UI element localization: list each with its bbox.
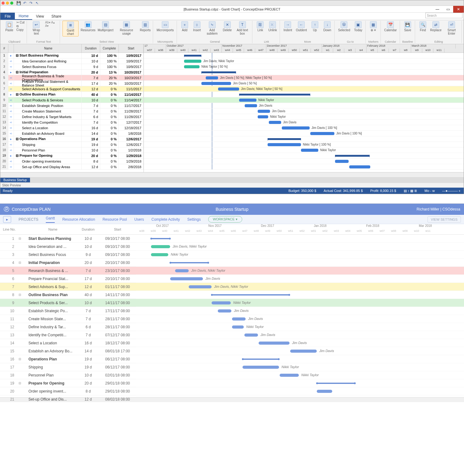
plan-gantt-bar[interactable]: Nikki Taylor (212, 301, 231, 304)
task-row[interactable]: 2 ➪ Idea Generation and Refining 10 d 10… (0, 58, 144, 64)
gantt-bar[interactable] (349, 165, 370, 168)
plan-gantt-bar[interactable] (317, 390, 332, 393)
delete-button[interactable]: ✕Delete (222, 21, 233, 36)
plan-gantt-bar[interactable]: Jim Davis (232, 317, 246, 321)
win-close-button[interactable]: ✕ (453, 6, 464, 13)
gantt-chart-button[interactable]: ≣Gantt chart (62, 21, 79, 36)
calendar-button[interactable]: 📅Calendar (383, 21, 398, 33)
plan-task-row[interactable]: 16 ⊟ Operations Plan 19 d 06/12/17 08:00 (0, 355, 136, 363)
win-max-button[interactable]: ▭ (443, 6, 453, 13)
plan-task-row[interactable]: 8 ⊟ Outline Business Plan 40 d 14/11/17 … (0, 291, 136, 299)
link-button[interactable]: ⛓Link (255, 21, 265, 33)
sidebar-toggle-button[interactable]: ▸ (3, 216, 11, 223)
plan-gantt-bar[interactable]: Nikki Taylor (280, 374, 299, 377)
view-settings-button[interactable]: VIEW SETTINGS (427, 216, 461, 223)
plan-task-row[interactable]: 14 Select a Location 16 d 18/12/17 08:00 (0, 339, 136, 347)
task-row[interactable]: 12 ➪ Define Industry & Target Markets 6 … (0, 114, 144, 120)
plan-task-row[interactable]: 10 Establish Strategic Po... 7 d 17/11/1… (0, 307, 136, 315)
gantt-bar[interactable]: Jim Davis [ 100 %] (282, 126, 310, 130)
gantt-bar[interactable]: Jim Davis [ 50 %]; Nikki Taylor [ 50 %] (206, 76, 218, 79)
plan-gantt-bar[interactable]: Jim Davis (170, 277, 203, 280)
plan-task-row[interactable]: 17 Shipping 19 d 06/12/17 08:00 (0, 363, 136, 371)
task-grid[interactable]: # Name Duration Complete Start 1 ▸ ⊟ Sta… (0, 44, 144, 172)
add-button[interactable]: ＋Add (179, 21, 190, 36)
task-row[interactable]: 3 ➪ Select Business Focus 9 d 100 % 10/9… (0, 64, 144, 70)
gantt-bar[interactable]: Nikki Taylor [ 50 %] (184, 65, 200, 68)
nav-projects[interactable]: PROJECTS (19, 217, 38, 222)
plan-gantt-bar[interactable]: Nikki Taylor (232, 325, 244, 329)
plan-gantt-bar[interactable]: Jim Davis, Nikki Taylor (175, 269, 189, 272)
gantt-bar[interactable]: Jim Davis [ 50 %] (201, 82, 231, 85)
indent-button[interactable]: →Indent (282, 21, 293, 33)
gantt-bar[interactable] (335, 155, 370, 157)
mac-max-icon[interactable] (10, 2, 13, 5)
gantt-bar[interactable]: Jim Davis [ 100 %] (310, 132, 334, 135)
goto-today-button[interactable]: ▣Today (353, 21, 363, 33)
cut-button[interactable]: ✂ Cut (16, 21, 25, 24)
plan-gantt-bar[interactable] (170, 262, 208, 263)
file-tab[interactable]: File (0, 13, 15, 20)
task-row[interactable]: 20 ➪ Order opening inventories 8 d 0 % 1… (0, 159, 144, 164)
qat-save-icon[interactable]: 💾 (16, 1, 21, 5)
gantt-bar[interactable]: Nikki Taylor (239, 99, 256, 102)
home-tab[interactable]: Home (15, 13, 32, 20)
up-button[interactable]: ↑Up (310, 21, 320, 33)
plan-gantt-bar[interactable]: Jim Davis (259, 342, 290, 345)
status-icons[interactable]: ▤ ↕ ▦ ≣ (404, 189, 417, 193)
task-row[interactable]: 6 ➪ Prepare Financial Statement & Balanc… (0, 81, 144, 86)
gantt-bar[interactable]: Jim Davis (258, 110, 270, 113)
plan-user[interactable]: Richard Miller | CSOdessa (417, 207, 460, 211)
qat-undo-icon[interactable]: ↶ (23, 1, 27, 5)
gantt-bar[interactable]: Jim Davis; Nikki Taylor [ 50 %] (218, 87, 239, 91)
task-row[interactable]: 19 ▸ ⊟ Prepare for Opening 20 d 0 % 1/29… (0, 153, 144, 159)
zoom-label[interactable]: Mo - w (424, 189, 435, 193)
task-row[interactable]: 8 ▸ ⊟ Outline Business Plan 40 d 0 % 11/… (0, 92, 144, 97)
nav-users[interactable]: Users (134, 217, 144, 222)
plan-task-row[interactable]: 15 Establish an Advisory Bo... 14 d 08/0… (0, 347, 136, 355)
plan-task-row[interactable]: 21 Set-up Office and Dis... 12 d 08/02/1… (0, 395, 136, 402)
plan-task-row[interactable]: 19 ⊟ Prepare for Opening 20 d 29/01/18 0… (0, 379, 136, 387)
wrap-text-button[interactable]: ↩Wrap text (29, 21, 43, 36)
nav-complete-activity[interactable]: Complete Activity (152, 217, 180, 222)
task-row[interactable]: 13 ➪ Identify the Competition 7 d 0 % 12… (0, 120, 144, 125)
plan-task-row[interactable]: 6 Prepare Financial Stat... 17 d 20/10/1… (0, 275, 136, 283)
outdent-button[interactable]: ←Outdent (295, 21, 308, 33)
copy-button[interactable]: ⧉ Copy (16, 24, 25, 32)
plan-gantt-bar[interactable] (317, 383, 355, 384)
gantt-bar[interactable]: Nikki Taylor [ 100 %] (268, 143, 301, 146)
plan-task-row[interactable]: 11 Create Mission State... 7 d 28/11/17 … (0, 315, 136, 323)
gantt-bar[interactable]: Nikki Taylor (258, 115, 268, 118)
microreports-button[interactable]: ▭Microreports (156, 21, 175, 33)
plan-task-row[interactable]: 12 Define Industry & Tar... 6 d 28/11/17… (0, 323, 136, 331)
plan-gantt-bar[interactable]: Jim Davis, Nikki Taylor (189, 285, 212, 288)
sheet-tab-active[interactable]: Business Startup (0, 178, 30, 182)
mac-close-icon[interactable] (2, 2, 5, 5)
nav-resource-pool[interactable]: Resource Pool (102, 217, 127, 222)
plan-gantt-chart[interactable]: Oct 2017Nov 2017Dec 2017Jan 2018Feb 2018… (136, 224, 464, 397)
nav-gantt[interactable]: Gantt (46, 216, 55, 223)
share-tab[interactable]: Share (48, 13, 65, 20)
task-row[interactable]: 14 ➪ Select a Location 16 d 0 % 12/18/20… (0, 125, 144, 131)
task-row[interactable]: 1 ▸ ⊟ Start Business Planning 10 d 100 %… (0, 53, 144, 58)
plan-task-row[interactable]: 4 ⊟ Initial Preparation 20 d 20/10/17 08… (0, 259, 136, 267)
down-button[interactable]: ↓Down (322, 21, 333, 33)
plan-gantt-bar[interactable] (212, 294, 290, 295)
mac-min-icon[interactable] (6, 2, 9, 5)
nav-settings[interactable]: Settings (187, 217, 201, 222)
task-row[interactable]: 11 ➪ Create Mission Statement 7 d 0 % 11… (0, 108, 144, 114)
reports-button[interactable]: ▥Reports (140, 21, 151, 36)
plan-gantt-bar[interactable]: Nikki Taylor (151, 253, 168, 256)
multiproject-button[interactable]: ▤Multiproject (97, 21, 114, 36)
zoom-slider[interactable]: —●———＋ (442, 189, 461, 193)
gantt-bar[interactable]: Jim Davis (269, 121, 281, 124)
task-row[interactable]: 7 ➪ Select Advisors & Support Consultant… (0, 86, 144, 92)
gantt-bar[interactable]: Nikki Taylor (301, 149, 318, 152)
task-row[interactable]: 9 ➪ Select Products & Services 10 d 0 % … (0, 97, 144, 103)
plan-task-row[interactable]: 5 Research Business & ... 7 d 23/10/17 0… (0, 267, 136, 275)
plan-gantt-bar[interactable] (243, 359, 279, 360)
unlink-button[interactable]: ⛌Unlink (267, 21, 278, 33)
plan-task-row[interactable]: 3 Select Business Focus 9 d 09/10/17 08:… (0, 251, 136, 259)
gantt-bar[interactable] (201, 71, 236, 73)
plan-gantt-bar[interactable] (151, 238, 170, 239)
plan-task-row[interactable]: 9 Select Products & Ser... 10 d 14/11/17… (0, 299, 136, 307)
